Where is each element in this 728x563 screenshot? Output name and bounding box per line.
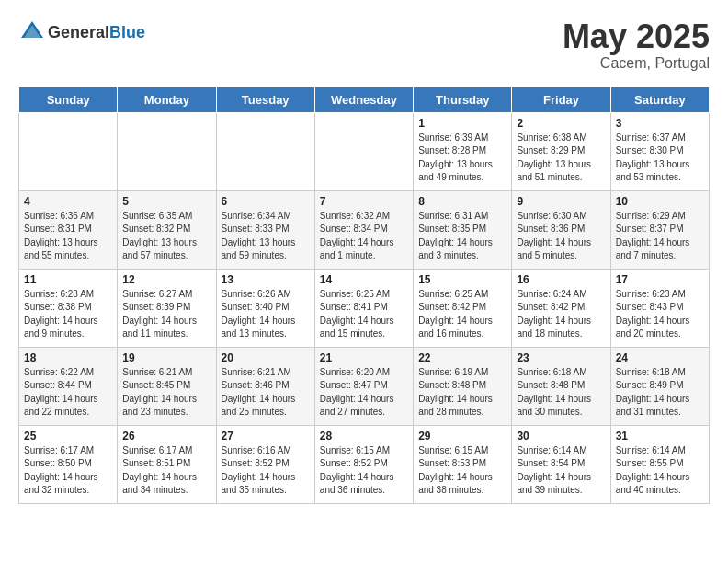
calendar-cell: 17Sunrise: 6:23 AMSunset: 8:43 PMDayligh… xyxy=(610,269,709,347)
day-number: 27 xyxy=(222,430,310,442)
day-number: 19 xyxy=(122,351,210,364)
day-number: 26 xyxy=(122,430,210,442)
calendar-week-1: 4Sunrise: 6:36 AMSunset: 8:31 PMDaylight… xyxy=(19,190,710,269)
day-number: 8 xyxy=(418,195,506,208)
calendar-cell xyxy=(19,112,118,190)
day-info: Sunrise: 6:38 AMSunset: 8:29 PMDaylight:… xyxy=(517,132,605,185)
day-number: 22 xyxy=(418,351,506,364)
calendar-cell: 14Sunrise: 6:25 AMSunset: 8:41 PMDayligh… xyxy=(314,269,413,347)
day-info: Sunrise: 6:25 AMSunset: 8:42 PMDaylight:… xyxy=(418,288,506,341)
header-day-sunday: Sunday xyxy=(19,86,118,112)
location-subtitle: Cacem, Portugal xyxy=(563,55,710,72)
calendar-table: SundayMondayTuesdayWednesdayThursdayFrid… xyxy=(18,86,710,504)
day-info: Sunrise: 6:28 AMSunset: 8:38 PMDaylight:… xyxy=(24,288,112,341)
day-number: 15 xyxy=(418,273,506,286)
day-info: Sunrise: 6:35 AMSunset: 8:32 PMDaylight:… xyxy=(122,210,210,263)
calendar-cell: 15Sunrise: 6:25 AMSunset: 8:42 PMDayligh… xyxy=(414,269,512,347)
day-info: Sunrise: 6:18 AMSunset: 8:48 PMDaylight:… xyxy=(517,366,605,419)
day-number: 4 xyxy=(24,195,112,208)
day-number: 14 xyxy=(320,273,408,286)
day-number: 28 xyxy=(320,430,408,442)
day-info: Sunrise: 6:18 AMSunset: 8:49 PMDaylight:… xyxy=(616,366,704,419)
day-info: Sunrise: 6:19 AMSunset: 8:48 PMDaylight:… xyxy=(418,366,506,419)
day-number: 30 xyxy=(517,430,605,442)
calendar-cell: 20Sunrise: 6:21 AMSunset: 8:46 PMDayligh… xyxy=(216,347,314,425)
header-day-tuesday: Tuesday xyxy=(216,86,314,112)
day-info: Sunrise: 6:36 AMSunset: 8:31 PMDaylight:… xyxy=(24,210,112,263)
day-info: Sunrise: 6:17 AMSunset: 8:51 PMDaylight:… xyxy=(122,444,210,498)
day-info: Sunrise: 6:34 AMSunset: 8:33 PMDaylight:… xyxy=(222,210,310,263)
day-number: 11 xyxy=(24,273,112,286)
header-day-thursday: Thursday xyxy=(414,86,512,112)
day-number: 20 xyxy=(222,351,310,364)
calendar-week-4: 25Sunrise: 6:17 AMSunset: 8:50 PMDayligh… xyxy=(19,425,710,503)
day-info: Sunrise: 6:31 AMSunset: 8:35 PMDaylight:… xyxy=(418,210,506,263)
day-info: Sunrise: 6:23 AMSunset: 8:43 PMDaylight:… xyxy=(616,288,704,341)
day-info: Sunrise: 6:26 AMSunset: 8:40 PMDaylight:… xyxy=(222,288,310,341)
day-number: 29 xyxy=(418,430,506,442)
calendar-body: 1Sunrise: 6:39 AMSunset: 8:28 PMDaylight… xyxy=(19,112,710,503)
month-year-title: May 2025 xyxy=(563,18,710,55)
day-info: Sunrise: 6:21 AMSunset: 8:45 PMDaylight:… xyxy=(122,366,210,419)
calendar-cell: 13Sunrise: 6:26 AMSunset: 8:40 PMDayligh… xyxy=(216,269,314,347)
calendar-week-2: 11Sunrise: 6:28 AMSunset: 8:38 PMDayligh… xyxy=(19,269,710,347)
title-block: May 2025 Cacem, Portugal xyxy=(563,18,710,72)
page-header: GeneralBlue May 2025 Cacem, Portugal xyxy=(18,18,710,72)
calendar-cell: 23Sunrise: 6:18 AMSunset: 8:48 PMDayligh… xyxy=(512,347,610,425)
day-info: Sunrise: 6:37 AMSunset: 8:30 PMDaylight:… xyxy=(616,132,704,185)
day-number: 24 xyxy=(616,351,704,364)
header-day-wednesday: Wednesday xyxy=(314,86,413,112)
day-number: 3 xyxy=(616,117,704,130)
calendar-cell: 31Sunrise: 6:14 AMSunset: 8:55 PMDayligh… xyxy=(610,425,709,503)
calendar-header: SundayMondayTuesdayWednesdayThursdayFrid… xyxy=(19,86,710,112)
day-number: 17 xyxy=(616,273,704,286)
calendar-cell: 4Sunrise: 6:36 AMSunset: 8:31 PMDaylight… xyxy=(19,190,118,269)
calendar-cell: 30Sunrise: 6:14 AMSunset: 8:54 PMDayligh… xyxy=(512,425,610,503)
header-day-monday: Monday xyxy=(118,86,216,112)
logo-general-text: General xyxy=(48,23,109,41)
calendar-cell: 9Sunrise: 6:30 AMSunset: 8:36 PMDaylight… xyxy=(512,190,610,269)
logo-icon xyxy=(18,18,46,46)
day-number: 23 xyxy=(517,351,605,364)
day-number: 18 xyxy=(24,351,112,364)
calendar-cell: 18Sunrise: 6:22 AMSunset: 8:44 PMDayligh… xyxy=(19,347,118,425)
day-info: Sunrise: 6:30 AMSunset: 8:36 PMDaylight:… xyxy=(517,210,605,263)
day-info: Sunrise: 6:14 AMSunset: 8:55 PMDaylight:… xyxy=(616,444,704,498)
day-number: 16 xyxy=(517,273,605,286)
calendar-cell: 1Sunrise: 6:39 AMSunset: 8:28 PMDaylight… xyxy=(414,112,512,190)
day-info: Sunrise: 6:22 AMSunset: 8:44 PMDaylight:… xyxy=(24,366,112,419)
day-info: Sunrise: 6:32 AMSunset: 8:34 PMDaylight:… xyxy=(320,210,408,263)
logo: GeneralBlue xyxy=(18,18,145,46)
header-day-friday: Friday xyxy=(512,86,610,112)
calendar-cell: 24Sunrise: 6:18 AMSunset: 8:49 PMDayligh… xyxy=(610,347,709,425)
day-number: 6 xyxy=(222,195,310,208)
day-info: Sunrise: 6:15 AMSunset: 8:53 PMDaylight:… xyxy=(418,444,506,498)
day-info: Sunrise: 6:27 AMSunset: 8:39 PMDaylight:… xyxy=(122,288,210,341)
calendar-cell: 11Sunrise: 6:28 AMSunset: 8:38 PMDayligh… xyxy=(19,269,118,347)
calendar-week-0: 1Sunrise: 6:39 AMSunset: 8:28 PMDaylight… xyxy=(19,112,710,190)
calendar-cell: 8Sunrise: 6:31 AMSunset: 8:35 PMDaylight… xyxy=(414,190,512,269)
day-number: 9 xyxy=(517,195,605,208)
day-info: Sunrise: 6:17 AMSunset: 8:50 PMDaylight:… xyxy=(24,444,112,498)
day-number: 7 xyxy=(320,195,408,208)
day-number: 5 xyxy=(122,195,210,208)
day-info: Sunrise: 6:29 AMSunset: 8:37 PMDaylight:… xyxy=(616,210,704,263)
day-number: 12 xyxy=(122,273,210,286)
logo-blue-text: Blue xyxy=(109,23,145,41)
day-number: 25 xyxy=(24,430,112,442)
day-info: Sunrise: 6:39 AMSunset: 8:28 PMDaylight:… xyxy=(418,132,506,185)
calendar-cell xyxy=(314,112,413,190)
day-number: 13 xyxy=(222,273,310,286)
calendar-cell: 6Sunrise: 6:34 AMSunset: 8:33 PMDaylight… xyxy=(216,190,314,269)
day-number: 2 xyxy=(517,117,605,130)
day-info: Sunrise: 6:14 AMSunset: 8:54 PMDaylight:… xyxy=(517,444,605,498)
calendar-cell: 27Sunrise: 6:16 AMSunset: 8:52 PMDayligh… xyxy=(216,425,314,503)
day-info: Sunrise: 6:25 AMSunset: 8:41 PMDaylight:… xyxy=(320,288,408,341)
calendar-cell: 26Sunrise: 6:17 AMSunset: 8:51 PMDayligh… xyxy=(118,425,216,503)
calendar-cell: 12Sunrise: 6:27 AMSunset: 8:39 PMDayligh… xyxy=(118,269,216,347)
calendar-cell: 25Sunrise: 6:17 AMSunset: 8:50 PMDayligh… xyxy=(19,425,118,503)
day-info: Sunrise: 6:16 AMSunset: 8:52 PMDaylight:… xyxy=(222,444,310,498)
calendar-cell: 21Sunrise: 6:20 AMSunset: 8:47 PMDayligh… xyxy=(314,347,413,425)
day-number: 10 xyxy=(616,195,704,208)
day-info: Sunrise: 6:24 AMSunset: 8:42 PMDaylight:… xyxy=(517,288,605,341)
